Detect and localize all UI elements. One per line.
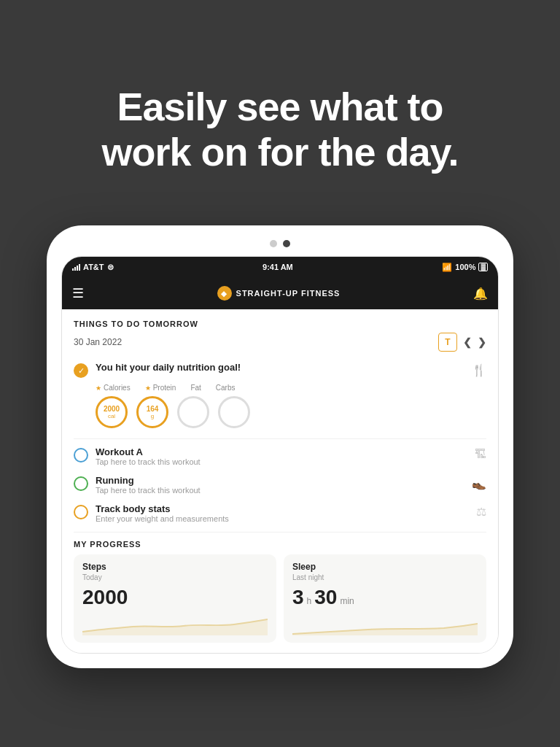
workout-a-content: Workout A Tap here to track this workout <box>96 446 469 466</box>
date-row: 30 Jan 2022 T ❮ ❯ <box>74 333 486 352</box>
running-check[interactable] <box>74 476 88 491</box>
sleep-card-title: Sleep <box>292 562 478 572</box>
nutrition-circles: 2000 cal 164 g <box>96 396 486 428</box>
hero-line2: work on for the day. <box>101 130 458 174</box>
shoe-icon: 👞 <box>472 476 486 490</box>
divider-2 <box>74 532 486 533</box>
running-content: Running Tap here to track this workout <box>96 475 466 495</box>
workout-a-title: Workout A <box>96 446 469 457</box>
fat-label: Fat <box>190 384 201 392</box>
status-right: 📶 100% ▓ <box>442 263 488 272</box>
scale-icon: ⚖ <box>476 505 486 519</box>
app-header: ☰ ◆ STRAIGHT-UP FITNESS 🔔 <box>62 277 498 309</box>
body-stats-check[interactable] <box>74 505 88 519</box>
steps-card-title: Steps <box>82 562 268 572</box>
sleep-card[interactable]: Sleep Last night 3 h 30 min <box>284 554 486 643</box>
carrier-text: AT&T <box>83 263 104 271</box>
carbs-label: Carbs <box>216 384 236 392</box>
running-task[interactable]: Running Tap here to track this workout 👞 <box>74 475 486 495</box>
today-button[interactable]: T <box>438 333 457 352</box>
wifi-icon: ⊜ <box>107 263 114 272</box>
time-display: 9:41 AM <box>262 263 293 271</box>
star-icon-1: ★ <box>96 384 101 392</box>
calories-circle[interactable]: 2000 cal <box>96 396 128 428</box>
bell-button[interactable]: 🔔 <box>473 287 488 301</box>
status-left: AT&T ⊜ <box>72 263 114 272</box>
dot-1[interactable] <box>270 240 277 247</box>
nutrition-section: ✓ You hit your daily nutrition goal! 🍴 ★… <box>74 362 486 428</box>
protein-circle[interactable]: 164 g <box>136 396 168 428</box>
hero-line1: Easily see what to <box>117 85 443 128</box>
fat-circle[interactable] <box>177 396 209 428</box>
workout-a-check[interactable] <box>74 448 88 462</box>
body-stats-content: Track body stats Enter your weight and m… <box>96 503 470 523</box>
section-title: THINGS TO DO TOMORROW <box>74 320 486 328</box>
sleep-chart <box>292 614 478 635</box>
battery-text: 100% <box>455 263 475 271</box>
bluetooth-icon: 📶 <box>442 263 452 272</box>
carbs-circle[interactable] <box>218 396 250 428</box>
steps-card-subtitle: Today <box>82 573 268 581</box>
nutrition-title: You hit your daily nutrition goal! <box>96 362 466 373</box>
workout-a-task[interactable]: Workout A Tap here to track this workout… <box>74 446 486 466</box>
app-content: THINGS TO DO TOMORROW 30 Jan 2022 T ❮ ❯ … <box>62 309 498 653</box>
star-icon-2: ★ <box>145 384 151 392</box>
phone-wrapper: AT&T ⊜ 9:41 AM 📶 100% ▓ ☰ ◆ STRAIGHT-UP … <box>0 225 560 668</box>
date-display: 30 Jan 2022 <box>74 337 122 347</box>
workout-a-subtitle: Tap here to track this workout <box>96 457 469 466</box>
steps-value: 2000 <box>82 586 268 609</box>
sleep-card-subtitle: Last night <box>292 573 478 581</box>
running-subtitle: Tap here to track this workout <box>96 486 466 495</box>
progress-section: MY PROGRESS Steps Today 2000 <box>74 540 486 643</box>
menu-button[interactable]: ☰ <box>72 287 84 300</box>
dot-2[interactable] <box>283 240 290 247</box>
calories-label: ★ Calories <box>96 384 131 392</box>
body-stats-subtitle: Enter your weight and measurements <box>96 514 470 523</box>
nutrition-content: You hit your daily nutrition goal! <box>96 362 466 373</box>
steps-card[interactable]: Steps Today 2000 <box>74 554 276 643</box>
steps-chart <box>82 614 268 635</box>
sleep-value: 3 h 30 min <box>292 586 478 609</box>
running-title: Running <box>96 475 466 486</box>
nutrition-task: ✓ You hit your daily nutrition goal! 🍴 <box>74 362 486 378</box>
next-arrow[interactable]: ❯ <box>478 336 486 348</box>
phone-frame: AT&T ⊜ 9:41 AM 📶 100% ▓ ☰ ◆ STRAIGHT-UP … <box>47 225 513 668</box>
battery-icon: ▓ <box>478 263 488 271</box>
phone-screen: AT&T ⊜ 9:41 AM 📶 100% ▓ ☰ ◆ STRAIGHT-UP … <box>61 256 499 654</box>
body-stats-title: Track body stats <box>96 503 470 514</box>
progress-title: MY PROGRESS <box>74 540 486 549</box>
hero-text: Easily see what to work on for the day. <box>44 40 516 204</box>
signal-icon <box>72 263 80 271</box>
date-controls: T ❮ ❯ <box>438 333 486 352</box>
hero-section: Easily see what to work on for the day. <box>0 0 560 225</box>
logo-text: STRAIGHT-UP FITNESS <box>236 289 341 298</box>
body-stats-task[interactable]: Track body stats Enter your weight and m… <box>74 503 486 523</box>
protein-label: ★ Protein <box>145 384 176 392</box>
prev-arrow[interactable]: ❮ <box>463 336 472 348</box>
dumbbell-icon: 🏗 <box>475 448 486 461</box>
utensils-icon: 🍴 <box>472 363 486 377</box>
nutrition-labels: ★ Calories ★ Protein Fat Carbs <box>96 384 486 392</box>
progress-cards: Steps Today 2000 <box>74 554 486 643</box>
nutrition-check[interactable]: ✓ <box>74 363 88 378</box>
logo-icon: ◆ <box>217 286 232 301</box>
pagination-dots <box>61 240 499 247</box>
app-logo: ◆ STRAIGHT-UP FITNESS <box>217 286 341 301</box>
status-bar: AT&T ⊜ 9:41 AM 📶 100% ▓ <box>62 257 498 277</box>
divider-1 <box>74 438 486 439</box>
